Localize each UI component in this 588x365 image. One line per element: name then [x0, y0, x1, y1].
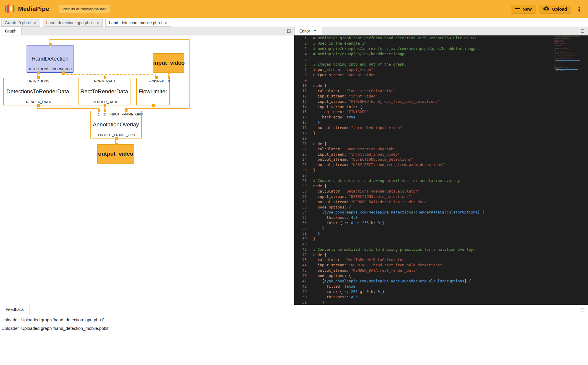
code-line[interactable]: 21node { — [294, 141, 484, 146]
bottom-ports-row — [137, 99, 169, 105]
graph-canvas[interactable]: HandDetectionDETECTIONSNORM_RECTinput_vi… — [0, 35, 294, 305]
code-line[interactable]: 22 calculator: "HandDetectionSubgraph" — [294, 146, 484, 152]
code-line[interactable]: 25 output_stream: "NORM_RECT:hand_rect_f… — [294, 162, 484, 167]
code-line[interactable]: 35 thickness: 4.0 — [294, 215, 484, 220]
close-tab-icon[interactable]: × — [34, 20, 37, 25]
tab-feedback[interactable]: Feedback — [0, 305, 30, 314]
file-tab[interactable]: hand_detection_mobile.pbtxt× — [105, 19, 171, 27]
code-line[interactable]: 48 filled: false — [294, 284, 484, 289]
graph-node-output-video[interactable]: output_video — [97, 144, 134, 164]
code-line[interactable]: 45 output_stream: "RENDER_DATA:rect_rend… — [294, 268, 484, 273]
close-tab-icon[interactable]: × — [97, 20, 99, 25]
bottom-ports-row: RENDER_DATA — [79, 99, 130, 105]
code-line[interactable]: 30 calculator: "DetectionsToRenderDataCa… — [294, 189, 484, 194]
new-button[interactable]: New — [511, 5, 536, 13]
line-number: 13 — [294, 99, 307, 104]
file-tab[interactable]: hand_detection_gpu.pbtxt× — [43, 19, 103, 27]
upload-button[interactable]: Upload — [539, 5, 571, 13]
more-options-icon[interactable]: ⋮ — [575, 6, 583, 12]
node-title: DetectionsToRenderData — [4, 89, 72, 94]
line-number: 8 — [294, 72, 307, 78]
code-line[interactable]: 19} — [294, 131, 484, 136]
code-line[interactable]: 1# MediaPipe graph that performs hand de… — [294, 35, 484, 41]
line-number: 20 — [294, 136, 307, 141]
code-line[interactable]: 27 — [294, 173, 484, 178]
line-number: 36 — [294, 220, 307, 226]
line-number: 14 — [294, 104, 307, 110]
tab-editor[interactable]: Editor — [294, 27, 322, 35]
code-line[interactable]: 33 node_options: { — [294, 205, 484, 210]
code-line[interactable]: 10node { — [294, 83, 484, 88]
code-line[interactable]: 15 tag_index: "FINISHED" — [294, 109, 484, 115]
tab-graph[interactable]: Graph — [0, 27, 22, 35]
graph-node-annotation-overlay[interactable]: 12INPUT_FRAME_GPUAnnotationOverlayOUTPUT… — [90, 111, 142, 138]
new-button-label: New — [522, 6, 532, 12]
code-line[interactable]: 24 output_stream: "DETECTIONS:palm_detec… — [294, 157, 484, 162]
code-line[interactable]: 36 color { r: 0 g: 255 b: 0 } — [294, 220, 484, 226]
code-line[interactable]: 28# Converts detections to drawing primi… — [294, 178, 484, 183]
code-line[interactable]: 18 output_stream: "throttled_input_video… — [294, 125, 484, 131]
code-line[interactable]: 8output_stream: "output_video" — [294, 72, 484, 78]
top-ports-row: NORM_RECT — [79, 78, 130, 84]
line-number: 23 — [294, 152, 307, 157]
port-label: NORM_RECT — [53, 67, 74, 71]
code-line[interactable]: 42node { — [294, 252, 484, 258]
code-line[interactable]: 50 thickness: 4.0 — [294, 294, 484, 300]
line-number: 44 — [294, 263, 307, 268]
code-line[interactable]: 38 } — [294, 231, 484, 236]
code-line[interactable]: 6# Images coming into and out of the gra… — [294, 62, 484, 67]
graph-node-input-video[interactable]: input_video — [153, 53, 184, 73]
code-line[interactable]: 40 — [294, 242, 484, 247]
code-line[interactable]: 20 — [294, 136, 484, 141]
code-line[interactable]: 16 back_edge: true — [294, 115, 484, 120]
popout-graph-icon[interactable] — [287, 29, 291, 33]
code-line[interactable]: 39} — [294, 236, 484, 242]
line-number: 39 — [294, 236, 307, 242]
graph-node-rect-to-render-data[interactable]: NORM_RECTRectToRenderDataRENDER_DATA — [78, 78, 130, 105]
code-line[interactable]: 41# Converts normalized rects to drawing… — [294, 247, 484, 252]
graph-node-hand-detection[interactable]: HandDetectionDETECTIONSNORM_RECT — [27, 45, 74, 73]
popout-editor-icon[interactable] — [581, 29, 584, 33]
code-line[interactable]: 3# mediapipie/examples/android/src/java/… — [294, 46, 484, 51]
code-line[interactable]: 5 — [294, 57, 484, 62]
port-label: OUTPUT_FRAME_GPU — [98, 133, 135, 137]
mediapipe-dev-link[interactable]: mediapipe.dev — [81, 7, 107, 11]
graph-node-flow-limiter[interactable]: FINISHED0FlowLimiter — [136, 78, 170, 105]
port-label: RENDER_DATA — [26, 100, 51, 104]
code-line[interactable]: 44 input_stream: "NORM_RECT:hand_rect_fr… — [294, 263, 484, 268]
code-line[interactable]: 12 input_stream: "input_video" — [294, 94, 484, 99]
code-line[interactable]: 51 } — [294, 300, 484, 305]
port-label: NORM_RECT — [94, 79, 116, 83]
code-line[interactable]: 29node { — [294, 183, 484, 189]
code-line[interactable]: 2# Used in the example in — [294, 41, 484, 46]
editor-minimap[interactable]: # MediaPipe graph that performs hand det… — [554, 36, 584, 72]
code-line[interactable]: 7input_stream: "input_video" — [294, 67, 484, 72]
code-line[interactable]: 17 } — [294, 120, 484, 125]
code-line[interactable]: 4# mediapipie/examples/ios/handdetection… — [294, 51, 484, 57]
code-line[interactable]: 9 — [294, 78, 484, 83]
code-editor[interactable]: 1# MediaPipe graph that performs hand de… — [294, 35, 588, 305]
graph-node-detections-to-render-data[interactable]: DETECTIONSDetectionsToRenderDataRENDER_D… — [3, 78, 72, 105]
code-line[interactable]: 14 input_stream_info: { — [294, 104, 484, 110]
port-square — [115, 143, 118, 145]
file-tab[interactable]: Graph_0.pbtxt× — [1, 19, 40, 27]
bottom-ports-row: OUTPUT_FRAME_GPU — [91, 132, 141, 138]
close-tab-icon[interactable]: × — [165, 20, 167, 25]
code-line[interactable]: 47 [type.googleapis.com/mediapipe.RectTo… — [294, 278, 484, 284]
upload-button-label: Upload — [552, 6, 567, 12]
code-line[interactable]: 11 calculator: "FlowLimiterCalculator" — [294, 88, 484, 94]
code-line[interactable]: 49 color { r: 255 g: 0 b: 0 } — [294, 289, 484, 294]
feedback-row: UploaderUploaded graph 'hand_detection_g… — [0, 315, 588, 324]
code-line[interactable]: 23 input_stream: "throttled_input_video" — [294, 152, 484, 157]
code-line[interactable]: 13 input_stream: "FINISHED:hand_rect_fro… — [294, 99, 484, 104]
download-icon[interactable] — [313, 28, 317, 34]
code-line[interactable]: 32 output_stream: "RENDER_DATA:detection… — [294, 199, 484, 205]
code-line[interactable]: 31 input_stream: "DETECTIONS:palm_detect… — [294, 194, 484, 199]
code-line[interactable]: 34 [type.googleapis.com/mediapipe.Detect… — [294, 210, 484, 215]
code-line[interactable]: 37 } — [294, 226, 484, 231]
code-line[interactable]: 26} — [294, 167, 484, 173]
code-lines: 1# MediaPipe graph that performs hand de… — [294, 35, 484, 305]
popout-feedback-icon[interactable] — [581, 307, 584, 311]
code-line[interactable]: 46 node_options: { — [294, 273, 484, 278]
code-line[interactable]: 43 calculator: "RectToRenderDataCalculat… — [294, 257, 484, 263]
